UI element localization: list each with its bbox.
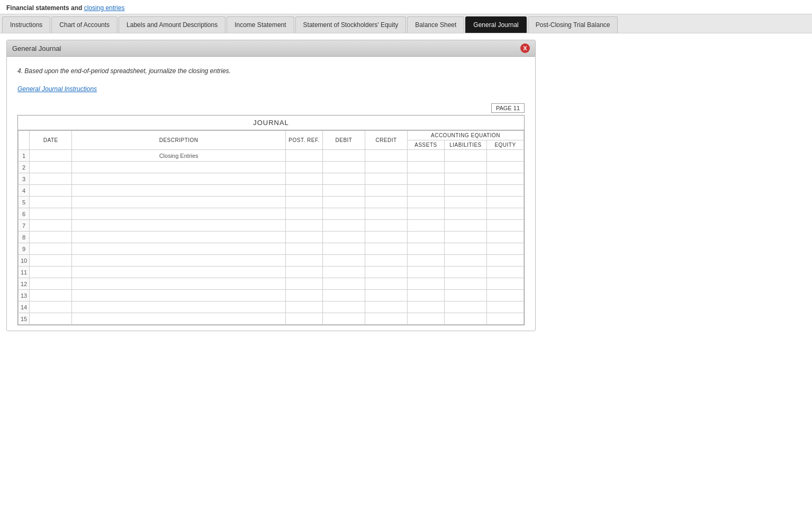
row-liabilities[interactable] (445, 255, 487, 267)
row-postref[interactable] (286, 267, 323, 278)
row-postref[interactable] (286, 255, 323, 267)
row-postref[interactable] (286, 278, 323, 290)
row-liabilities[interactable] (445, 278, 487, 290)
row-liabilities[interactable] (445, 185, 487, 197)
tab-general-journal[interactable]: General Journal (465, 16, 526, 33)
row-equity[interactable] (487, 150, 524, 162)
row-assets[interactable] (408, 220, 445, 232)
row-postref[interactable] (286, 301, 323, 313)
row-assets[interactable] (408, 232, 445, 243)
row-postref[interactable] (286, 162, 323, 173)
row-equity[interactable] (487, 290, 524, 301)
row-description[interactable] (72, 162, 286, 173)
row-debit[interactable] (323, 232, 365, 243)
row-credit[interactable] (365, 278, 408, 290)
row-equity[interactable] (487, 173, 524, 185)
row-assets[interactable] (408, 162, 445, 173)
row-debit[interactable] (323, 267, 365, 278)
row-description[interactable] (72, 208, 286, 220)
row-date[interactable] (30, 232, 72, 243)
row-credit[interactable] (365, 232, 408, 243)
row-credit[interactable] (365, 185, 408, 197)
row-equity[interactable] (487, 162, 524, 173)
close-button[interactable]: X (520, 43, 530, 53)
row-postref[interactable] (286, 208, 323, 220)
row-liabilities[interactable] (445, 173, 487, 185)
row-credit[interactable] (365, 255, 408, 267)
row-debit[interactable] (323, 290, 365, 301)
row-date[interactable] (30, 290, 72, 301)
row-date[interactable] (30, 197, 72, 208)
row-assets[interactable] (408, 313, 445, 325)
row-debit[interactable] (323, 313, 365, 325)
row-equity[interactable] (487, 232, 524, 243)
row-liabilities[interactable] (445, 301, 487, 313)
row-credit[interactable] (365, 301, 408, 313)
row-credit[interactable] (365, 243, 408, 255)
row-debit[interactable] (323, 150, 365, 162)
row-date[interactable] (30, 173, 72, 185)
row-liabilities[interactable] (445, 197, 487, 208)
row-credit[interactable] (365, 173, 408, 185)
row-date[interactable] (30, 243, 72, 255)
row-credit[interactable] (365, 162, 408, 173)
row-postref[interactable] (286, 197, 323, 208)
row-description[interactable]: Closing Entries (72, 150, 286, 162)
row-equity[interactable] (487, 220, 524, 232)
row-equity[interactable] (487, 313, 524, 325)
row-postref[interactable] (286, 220, 323, 232)
row-credit[interactable] (365, 220, 408, 232)
row-postref[interactable] (286, 313, 323, 325)
row-debit[interactable] (323, 197, 365, 208)
row-postref[interactable] (286, 173, 323, 185)
row-assets[interactable] (408, 301, 445, 313)
row-description[interactable] (72, 243, 286, 255)
row-description[interactable] (72, 173, 286, 185)
row-description[interactable] (72, 255, 286, 267)
tab-balance-sheet[interactable]: Balance Sheet (407, 16, 464, 33)
row-debit[interactable] (323, 220, 365, 232)
row-assets[interactable] (408, 290, 445, 301)
row-assets[interactable] (408, 278, 445, 290)
row-equity[interactable] (487, 185, 524, 197)
row-date[interactable] (30, 162, 72, 173)
row-assets[interactable] (408, 255, 445, 267)
row-liabilities[interactable] (445, 150, 487, 162)
row-date[interactable] (30, 185, 72, 197)
tab-chart-of-accounts[interactable]: Chart of Accounts (51, 16, 118, 33)
row-assets[interactable] (408, 243, 445, 255)
tab-instructions[interactable]: Instructions (2, 16, 50, 33)
row-credit[interactable] (365, 208, 408, 220)
tab-labels-amount[interactable]: Labels and Amount Descriptions (119, 16, 225, 33)
row-debit[interactable] (323, 243, 365, 255)
row-description[interactable] (72, 278, 286, 290)
row-liabilities[interactable] (445, 267, 487, 278)
row-date[interactable] (30, 255, 72, 267)
row-equity[interactable] (487, 197, 524, 208)
row-assets[interactable] (408, 185, 445, 197)
row-equity[interactable] (487, 301, 524, 313)
row-debit[interactable] (323, 173, 365, 185)
tab-stockholders-equity[interactable]: Statement of Stockholders' Equity (295, 16, 407, 33)
row-debit[interactable] (323, 208, 365, 220)
row-description[interactable] (72, 185, 286, 197)
row-assets[interactable] (408, 173, 445, 185)
row-credit[interactable] (365, 267, 408, 278)
row-debit[interactable] (323, 255, 365, 267)
row-assets[interactable] (408, 197, 445, 208)
row-equity[interactable] (487, 267, 524, 278)
row-liabilities[interactable] (445, 313, 487, 325)
row-description[interactable] (72, 290, 286, 301)
row-assets[interactable] (408, 208, 445, 220)
row-description[interactable] (72, 267, 286, 278)
row-debit[interactable] (323, 301, 365, 313)
tab-post-closing[interactable]: Post-Closing Trial Balance (528, 16, 618, 33)
row-liabilities[interactable] (445, 290, 487, 301)
row-assets[interactable] (408, 150, 445, 162)
gj-instructions-link[interactable]: General Journal Instructions (17, 85, 97, 93)
row-date[interactable] (30, 313, 72, 325)
row-description[interactable] (72, 313, 286, 325)
row-debit[interactable] (323, 278, 365, 290)
row-liabilities[interactable] (445, 162, 487, 173)
row-description[interactable] (72, 301, 286, 313)
